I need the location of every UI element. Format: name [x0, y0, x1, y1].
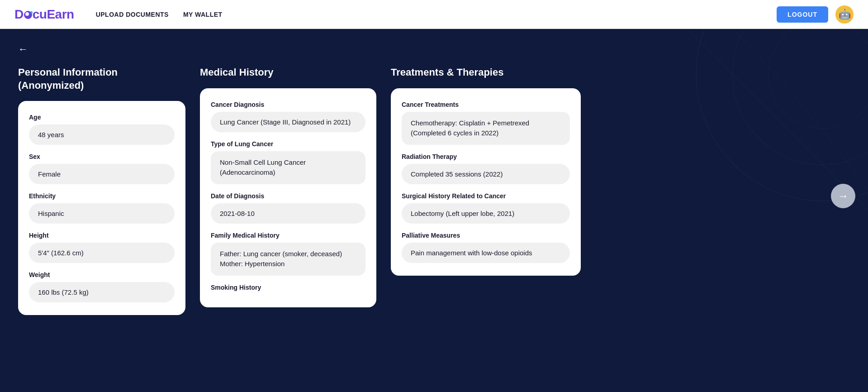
- treatments-section-title: Treatments & Therapies: [391, 66, 581, 79]
- label-cancer-treatments: Cancer Treatments: [402, 101, 570, 108]
- field-height: Height 5'4" (162.6 cm): [29, 232, 175, 263]
- value-height: 5'4" (162.6 cm): [29, 243, 175, 263]
- medical-column: Medical History Cancer Diagnosis Lung Ca…: [200, 66, 376, 307]
- value-family-history: Father: Lung cancer (smoker, deceased)Mo…: [211, 243, 365, 276]
- field-diagnosis-date: Date of Diagnosis 2021-08-10: [211, 192, 365, 224]
- medical-section-title: Medical History: [200, 66, 376, 79]
- nav-upload-documents[interactable]: UPLOAD DOCUMENTS: [96, 11, 169, 18]
- field-palliative: Palliative Measures Pain management with…: [402, 232, 570, 263]
- next-button[interactable]: →: [831, 184, 855, 208]
- logout-button[interactable]: LOGOUT: [777, 6, 828, 23]
- nav-my-wallet[interactable]: MY WALLET: [183, 11, 223, 18]
- field-ethnicity: Ethnicity Hispanic: [29, 192, 175, 224]
- label-surgical-history: Surgical History Related to Cancer: [402, 192, 570, 200]
- value-sex: Female: [29, 164, 175, 184]
- field-age: Age 48 years: [29, 114, 175, 145]
- treatments-column: Treatments & Therapies Cancer Treatments…: [391, 66, 581, 276]
- field-cancer-treatments: Cancer Treatments Chemotherapy: Cisplati…: [402, 101, 570, 145]
- value-surgical-history: Lobectomy (Left upper lobe, 2021): [402, 203, 570, 224]
- field-smoking-history: Smoking History: [211, 284, 365, 295]
- logo-circle: [24, 11, 32, 19]
- main-content: ← Personal Information (Anonymized) Age …: [0, 29, 868, 392]
- value-ethnicity: Hispanic: [29, 203, 175, 224]
- avatar: 🤖: [835, 5, 854, 24]
- main-nav: UPLOAD DOCUMENTS MY WALLET: [96, 11, 777, 18]
- field-cancer-diagnosis: Cancer Diagnosis Lung Cancer (Stage III,…: [211, 101, 365, 132]
- back-button[interactable]: ←: [18, 43, 28, 55]
- label-height: Height: [29, 232, 175, 239]
- header-right: LOGOUT 🤖: [777, 5, 854, 24]
- personal-card: Age 48 years Sex Female Ethnicity Hispan…: [18, 101, 185, 315]
- medical-card: Cancer Diagnosis Lung Cancer (Stage III,…: [200, 88, 376, 307]
- field-radiation: Radiation Therapy Completed 35 sessions …: [402, 153, 570, 184]
- value-weight: 160 lbs (72.5 kg): [29, 282, 175, 302]
- columns: Personal Information (Anonymized) Age 48…: [18, 66, 850, 315]
- personal-section-title: Personal Information (Anonymized): [18, 66, 185, 92]
- field-sex: Sex Female: [29, 153, 175, 184]
- label-family-history: Family Medical History: [211, 232, 365, 239]
- value-diagnosis-date: 2021-08-10: [211, 203, 365, 224]
- value-lung-cancer-type: Non-Small Cell Lung Cancer (Adenocarcino…: [211, 151, 365, 184]
- field-lung-cancer-type: Type of Lung Cancer Non-Small Cell Lung …: [211, 140, 365, 184]
- label-palliative: Palliative Measures: [402, 232, 570, 239]
- label-weight: Weight: [29, 271, 175, 278]
- field-family-history: Family Medical History Father: Lung canc…: [211, 232, 365, 276]
- personal-column: Personal Information (Anonymized) Age 48…: [18, 66, 185, 315]
- label-diagnosis-date: Date of Diagnosis: [211, 192, 365, 200]
- value-palliative: Pain management with low-dose opioids: [402, 243, 570, 263]
- label-smoking-history: Smoking History: [211, 284, 365, 291]
- header: D cuEarn UPLOAD DOCUMENTS MY WALLET LOGO…: [0, 0, 868, 29]
- label-lung-cancer-type: Type of Lung Cancer: [211, 140, 365, 148]
- logo-d: D: [14, 7, 24, 21]
- logo-cuearn: cuEarn: [33, 7, 74, 21]
- label-sex: Sex: [29, 153, 175, 160]
- value-cancer-treatments: Chemotherapy: Cisplatin + Pemetrexed (Co…: [402, 112, 570, 145]
- label-cancer-diagnosis: Cancer Diagnosis: [211, 101, 365, 108]
- logo[interactable]: D cuEarn: [14, 7, 74, 22]
- label-age: Age: [29, 114, 175, 121]
- value-cancer-diagnosis: Lung Cancer (Stage III, Diagnosed in 202…: [211, 112, 365, 132]
- logo-text: D cuEarn: [14, 7, 74, 22]
- label-ethnicity: Ethnicity: [29, 192, 175, 200]
- field-weight: Weight 160 lbs (72.5 kg): [29, 271, 175, 302]
- value-age: 48 years: [29, 124, 175, 145]
- treatments-card: Cancer Treatments Chemotherapy: Cisplati…: [391, 88, 581, 276]
- field-surgical-history: Surgical History Related to Cancer Lobec…: [402, 192, 570, 224]
- value-radiation: Completed 35 sessions (2022): [402, 164, 570, 184]
- label-radiation: Radiation Therapy: [402, 153, 570, 160]
